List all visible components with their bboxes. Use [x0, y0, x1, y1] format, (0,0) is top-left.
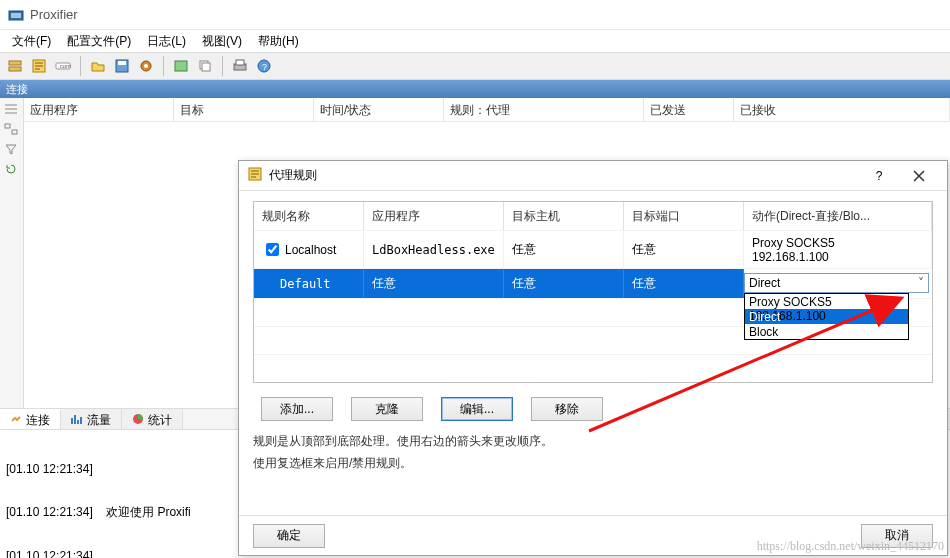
view-tree-icon[interactable]: [0, 120, 22, 138]
action-dropdown[interactable]: Direct ˅: [744, 273, 929, 293]
dialog-icon: [247, 166, 263, 185]
col-time[interactable]: 时间/状态: [314, 98, 444, 121]
toolbar-print-icon[interactable]: [229, 55, 251, 77]
close-button[interactable]: [899, 162, 939, 190]
menu-profile[interactable]: 配置文件(P): [59, 30, 139, 52]
view-refresh-icon[interactable]: [0, 160, 22, 178]
grid-header-row: 应用程序 目标 时间/状态 规则：代理 已发送 已接收: [24, 98, 950, 122]
col-rule[interactable]: 规则：代理: [444, 98, 644, 121]
dialog-titlebar: 代理规则 ?: [239, 161, 947, 191]
dialog-title: 代理规则: [269, 167, 317, 184]
svg-rect-13: [202, 63, 210, 71]
rule-row[interactable]: Localhost LdBoxHeadless.exe 任意 任意 Proxy …: [254, 230, 932, 268]
svg-rect-19: [12, 130, 17, 134]
edit-button[interactable]: 编辑...: [441, 397, 513, 421]
svg-rect-3: [9, 67, 21, 71]
rule-name-value: Default: [254, 269, 364, 298]
tab-stats[interactable]: 统计: [122, 409, 183, 429]
window-titlebar: Proxifier: [0, 0, 950, 30]
rule-name-value: Localhost: [285, 243, 336, 257]
rules-table: 规则名称 应用程序 目标主机 目标端口 动作(Direct-直接/Blo... …: [253, 201, 933, 383]
toolbar: .com ?: [0, 52, 950, 80]
dialog-hint: 规则是从顶部到底部处理。使用右边的箭头来更改顺序。 使用复选框来启用/禁用规则。: [253, 431, 933, 474]
rule-buttons-row: 添加... 克隆 编辑... 移除: [253, 397, 933, 421]
action-dropdown-list: Proxy SOCKS5 192.168.1.100 Direct Block: [744, 293, 909, 340]
col-rule-host[interactable]: 目标主机: [504, 202, 624, 230]
col-target[interactable]: 目标: [174, 98, 314, 121]
rule-action-line1: Proxy SOCKS5: [752, 236, 835, 250]
menu-log[interactable]: 日志(L): [139, 30, 194, 52]
rule-action-line2: 192.168.1.100: [752, 250, 829, 264]
svg-text:?: ?: [262, 62, 267, 72]
svg-rect-18: [5, 124, 10, 128]
app-icon: [8, 7, 24, 23]
hint-line: 规则是从顶部到底部处理。使用右边的箭头来更改顺序。: [253, 431, 933, 453]
tab-connections[interactable]: 连接: [0, 409, 61, 429]
toolbar-rules-icon[interactable]: [28, 55, 50, 77]
col-rule-app[interactable]: 应用程序: [364, 202, 504, 230]
hint-line: 使用复选框来启用/禁用规则。: [253, 453, 933, 475]
col-recv[interactable]: 已接收: [734, 98, 950, 121]
rule-app-value: LdBoxHeadless.exe: [364, 231, 504, 268]
chevron-down-icon: ˅: [918, 276, 924, 290]
dropdown-option[interactable]: Block: [745, 324, 908, 339]
col-rule-action[interactable]: 动作(Direct-直接/Blo...: [744, 202, 932, 230]
col-rule-name[interactable]: 规则名称: [254, 202, 364, 230]
help-button[interactable]: ?: [859, 162, 899, 190]
toolbar-log-green-icon[interactable]: [170, 55, 192, 77]
rule-host-value: 任意: [504, 231, 624, 268]
menu-file[interactable]: 文件(F): [4, 30, 59, 52]
pie-icon: [132, 413, 144, 428]
view-list-icon[interactable]: [0, 100, 22, 118]
toolbar-settings-icon[interactable]: [135, 55, 157, 77]
col-app[interactable]: 应用程序: [24, 98, 174, 121]
chart-icon: [71, 413, 83, 428]
rule-enable-checkbox[interactable]: [266, 243, 279, 256]
menubar: 文件(F) 配置文件(P) 日志(L) 视图(V) 帮助(H): [0, 30, 950, 52]
tab-connections-label: 连接: [26, 412, 50, 429]
rule-app-value: 任意: [364, 269, 504, 298]
rule-host-value: 任意: [504, 269, 624, 298]
connections-header: 连接: [0, 80, 950, 98]
menu-view[interactable]: 视图(V): [194, 30, 250, 52]
dropdown-option[interactable]: Direct: [745, 309, 908, 324]
toolbar-help-icon[interactable]: ?: [253, 55, 275, 77]
col-sent[interactable]: 已发送: [644, 98, 734, 121]
ok-button[interactable]: 确定: [253, 524, 325, 548]
rule-row-selected[interactable]: Default 任意 任意 任意 Direct ˅ Proxy SOCKS5 1…: [254, 268, 932, 298]
svg-rect-2: [9, 61, 21, 65]
link-icon: [10, 413, 22, 428]
rule-port-value: 任意: [624, 231, 744, 268]
dropdown-option[interactable]: Proxy SOCKS5 192.168.1.100: [745, 294, 908, 309]
view-filter-icon[interactable]: [0, 140, 22, 158]
col-rule-port[interactable]: 目标端口: [624, 202, 744, 230]
watermark-text: https://blog.csdn.net/weixin_44512170: [757, 539, 944, 554]
svg-point-10: [144, 64, 148, 68]
add-button[interactable]: 添加...: [261, 397, 333, 421]
remove-button[interactable]: 移除: [531, 397, 603, 421]
svg-text:.com: .com: [58, 63, 71, 69]
app-title: Proxifier: [30, 7, 78, 22]
toolbar-profile-open-icon[interactable]: [87, 55, 109, 77]
left-view-icons: [0, 98, 24, 408]
toolbar-dns-icon[interactable]: .com: [52, 55, 74, 77]
svg-rect-1: [11, 13, 21, 18]
proxy-rules-dialog: 代理规则 ? 规则名称 应用程序 目标主机 目标端口 动作(Direct-直接/…: [238, 160, 948, 556]
toolbar-log-copy-icon[interactable]: [194, 55, 216, 77]
rule-port-value: 任意: [624, 269, 744, 298]
toolbar-servers-icon[interactable]: [4, 55, 26, 77]
toolbar-profile-save-icon[interactable]: [111, 55, 133, 77]
clone-button[interactable]: 克隆: [351, 397, 423, 421]
dropdown-value: Direct: [749, 276, 780, 290]
tab-stats-label: 统计: [148, 412, 172, 429]
tab-traffic-label: 流量: [87, 412, 111, 429]
svg-rect-15: [236, 60, 244, 65]
tab-traffic[interactable]: 流量: [61, 409, 122, 429]
menu-help[interactable]: 帮助(H): [250, 30, 307, 52]
svg-rect-11: [175, 61, 187, 71]
svg-rect-8: [118, 61, 126, 65]
